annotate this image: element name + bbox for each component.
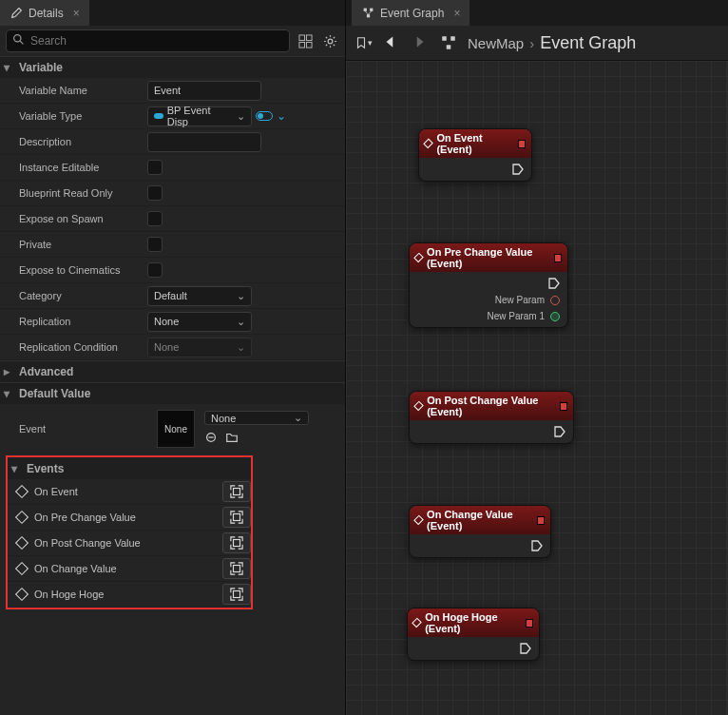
event-label: On Change Value [34,563,217,574]
pin-icon[interactable] [550,312,560,321]
node-header[interactable]: On Event (Event) [419,129,531,158]
node-param[interactable]: New Param [495,295,560,305]
pin-icon[interactable] [550,296,560,305]
goto-event-button[interactable] [222,584,251,605]
section-events[interactable]: ▾ Events [8,457,251,479]
close-icon[interactable]: × [453,7,460,20]
node-delegate-icon[interactable] [537,516,545,525]
graph-toolbar: ▾ NewMap › Event Graph [346,26,728,61]
exec-pin-icon[interactable] [520,643,531,654]
node-delegate-icon[interactable] [554,254,562,262]
breadcrumb-page[interactable]: Event Graph [540,33,636,53]
node-delegate-icon[interactable] [560,402,567,411]
container-type-toggle[interactable] [256,111,273,121]
svg-rect-12 [234,591,240,598]
event-diamond-icon [15,564,29,573]
replication-condition-label: Replication Condition [19,341,147,353]
tab-event-graph[interactable]: Event Graph × [352,0,470,26]
nav-forward-icon[interactable] [411,33,430,52]
section-advanced[interactable]: ▸ Advanced [0,360,345,382]
prop-description: Description [0,129,345,155]
chevron-down-icon[interactable]: ⌄ [277,109,286,123]
node-header[interactable]: On Hoge Hoge (Event) [408,609,539,637]
use-selected-icon[interactable] [204,431,218,447]
category-label: Category [19,290,147,301]
goto-event-button[interactable] [222,532,251,553]
node-delegate-icon[interactable] [518,140,526,148]
category-dropdown[interactable]: Default ⌄ [147,286,252,306]
prop-expose-cinematics: Expose to Cinematics [0,258,345,283]
description-input[interactable] [147,132,261,152]
expose-on-spawn-checkbox[interactable] [147,211,163,226]
prop-replication-condition: Replication Condition None ⌄ [0,335,345,360]
event-diamond-icon [412,618,422,628]
blueprint-read-only-checkbox[interactable] [147,185,163,201]
exec-pin-icon[interactable] [512,164,524,175]
prop-private: Private [0,232,345,258]
graph-node[interactable]: On Change Value (Event) [409,505,551,558]
node-delegate-icon[interactable] [526,619,533,628]
chevron-down-icon: ▾ [11,462,23,475]
event-label: On Event [34,486,217,497]
event-diamond-icon [423,139,433,149]
graph-node[interactable]: On Pre Change Value (Event) New ParamNew… [409,242,568,328]
section-default-value[interactable]: ▾ Default Value [0,382,345,404]
asset-thumbnail[interactable]: None [157,410,195,448]
prop-replication: Replication None ⌄ [0,309,345,335]
prop-variable-name: Variable Name [0,78,345,104]
event-row: On Post Change Value [8,531,251,556]
search-input[interactable] [30,34,283,48]
bookmark-icon[interactable]: ▾ [354,33,373,52]
graph-canvas[interactable]: On Event (Event) On Pre Change Value (Ev… [346,61,728,715]
event-row: On Pre Change Value [8,505,251,531]
gear-icon[interactable] [320,31,339,50]
svg-rect-4 [298,42,304,48]
graph-root-icon[interactable] [439,33,458,52]
node-title: On Post Change Value (Event) [427,395,555,417]
browse-icon[interactable] [225,431,239,447]
replication-dropdown[interactable]: None ⌄ [147,312,252,332]
svg-rect-2 [298,34,304,40]
instance-editable-checkbox[interactable] [147,160,163,175]
section-variable[interactable]: ▾ Variable [0,56,345,78]
node-param[interactable]: New Param 1 [487,311,560,321]
private-checkbox[interactable] [147,237,163,252]
node-body [410,534,550,557]
node-header[interactable]: On Pre Change Value (Event) [410,243,567,272]
type-pill-icon [154,113,163,119]
graph-node[interactable]: On Post Change Value (Event) [409,391,574,444]
goto-event-button[interactable] [222,558,251,579]
graph-node[interactable]: On Event (Event) [418,128,532,182]
section-variable-label: Variable [19,61,63,74]
goto-event-button[interactable] [222,507,251,528]
event-diamond-icon [15,512,29,522]
node-header[interactable]: On Change Value (Event) [410,506,550,534]
tab-details[interactable]: Details × [0,0,90,26]
graph-node[interactable]: On Hoge Hoge (Event) [407,608,540,661]
exec-pin-icon[interactable] [554,426,565,437]
nav-back-icon[interactable] [382,33,401,52]
replication-label: Replication [19,316,147,327]
variable-type-dropdown[interactable]: BP Event Disp ⌄ [147,106,252,126]
default-value-dropdown[interactable]: None ⌄ [204,411,309,425]
exec-pin-icon[interactable] [548,278,560,289]
chevron-down-icon: ⌄ [237,316,245,328]
search-icon [12,33,25,48]
prop-variable-type: Variable Type BP Event Disp ⌄ ⌄ [0,104,345,129]
expose-cinematics-checkbox[interactable] [147,262,163,278]
breadcrumb-map[interactable]: NewMap [468,35,524,51]
goto-event-button[interactable] [222,481,251,502]
search-row [0,26,345,56]
variable-name-input[interactable] [147,81,261,101]
prop-category: Category Default ⌄ [0,283,345,309]
search-input-wrap[interactable] [6,29,290,52]
chevron-down-icon: ⌄ [237,110,245,123]
details-tab-row: Details × [0,0,345,26]
exec-pin-icon[interactable] [531,540,543,551]
blueprint-read-only-label: Blueprint Read Only [19,187,147,199]
events-list: On Event On Pre Change Value On Post Cha… [8,479,251,608]
node-header[interactable]: On Post Change Value (Event) [410,392,573,420]
close-icon[interactable]: × [73,7,80,20]
grid-icon[interactable] [296,31,315,50]
expose-on-spawn-label: Expose on Spawn [19,213,147,224]
